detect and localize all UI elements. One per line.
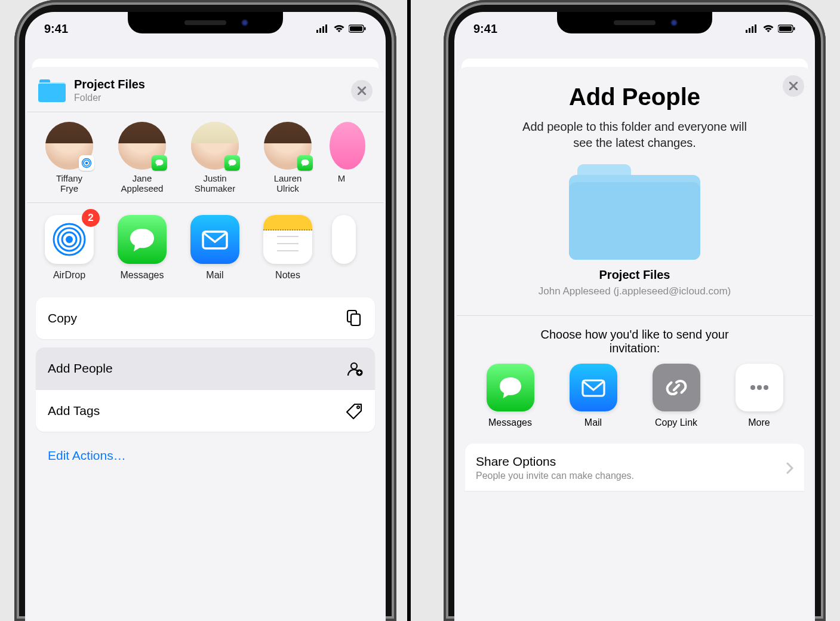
folder-name: Project Files [473, 268, 796, 282]
phone-left: 9:41 Project Files Folder [14, 0, 396, 621]
tag-icon [345, 402, 363, 420]
svg-point-33 [764, 385, 768, 390]
notch [128, 12, 283, 33]
app-messages[interactable]: Messages [113, 215, 171, 281]
status-time: 9:41 [473, 22, 497, 36]
action-label: Add Tags [48, 404, 100, 418]
app-label: AirDrop [53, 270, 85, 280]
folder-owner: John Appleseed (j.appleseed@icloud.com) [473, 285, 796, 297]
choose-how-label: Choose how you'd like to send your invit… [457, 316, 813, 361]
svg-point-20 [351, 363, 357, 369]
invite-mail[interactable]: Mail [564, 364, 623, 428]
app-partial[interactable] [332, 215, 344, 281]
status-time: 9:41 [44, 22, 68, 36]
invite-label: Messages [488, 417, 532, 428]
cellular-icon [316, 24, 330, 33]
invite-label: Copy Link [655, 417, 697, 428]
svg-rect-28 [779, 26, 792, 31]
app-label: Messages [121, 270, 164, 280]
svg-rect-26 [755, 24, 756, 33]
messages-icon [125, 223, 159, 256]
invite-copy-link[interactable]: Copy Link [647, 364, 706, 428]
svg-rect-2 [322, 26, 324, 33]
svg-rect-5 [350, 26, 362, 31]
share-options-sub: People you invite can make changes. [476, 471, 634, 481]
action-label: Add People [48, 361, 113, 376]
svg-rect-29 [793, 27, 795, 30]
contact-last: Shumaker [184, 183, 246, 193]
svg-rect-0 [316, 30, 318, 33]
apps-row[interactable]: 2 AirDrop Messages Mail [27, 203, 383, 293]
app-airdrop[interactable]: 2 AirDrop [41, 215, 98, 281]
svg-point-22 [357, 406, 359, 408]
share-options-row[interactable]: Share Options People you invite can make… [465, 444, 804, 491]
contact-tiffany[interactable]: Tiffany Frye [38, 122, 100, 194]
add-people-desc: Add people to this folder and everyone w… [473, 119, 796, 151]
contact-last: Frye [38, 183, 100, 193]
app-notes[interactable]: Notes [259, 215, 316, 281]
action-copy[interactable]: Copy [36, 297, 375, 339]
app-label: Mail [206, 270, 223, 280]
folder-icon [38, 79, 66, 102]
action-add-tags[interactable]: Add Tags [36, 389, 375, 432]
contact-first: Tiffany [38, 173, 100, 183]
svg-rect-3 [325, 24, 327, 33]
notes-lines-icon [271, 234, 304, 264]
chevron-right-icon [786, 462, 793, 474]
mail-icon [578, 372, 609, 403]
airdrop-badge-icon [79, 155, 94, 171]
messages-badge-icon [224, 155, 240, 171]
airdrop-icon [53, 223, 86, 256]
contact-justin[interactable]: Justin Shumaker [184, 122, 246, 194]
contact-last: Ulrick [257, 183, 319, 193]
notes-icon [263, 215, 312, 230]
svg-point-7 [85, 162, 88, 165]
add-people-title: Add People [473, 84, 796, 110]
close-button[interactable] [351, 80, 373, 102]
svg-point-10 [66, 236, 73, 243]
sheet-title: Project Files [74, 78, 145, 91]
contact-jane[interactable]: Jane Appleseed [111, 122, 173, 194]
battery-icon [778, 24, 796, 33]
more-icon [744, 372, 775, 403]
share-sheet: Project Files Folder Tiffany Frye [27, 67, 383, 621]
edit-actions-link[interactable]: Edit Actions… [36, 440, 375, 471]
action-add-people[interactable]: Add People [36, 348, 375, 389]
cellular-icon [746, 24, 759, 33]
notch [557, 12, 712, 33]
contact-partial[interactable]: M [330, 122, 353, 194]
messages-badge-icon [297, 155, 313, 171]
invite-label: Mail [584, 417, 602, 428]
contact-lauren[interactable]: Lauren Ulrick [257, 122, 319, 194]
link-icon [661, 372, 692, 403]
svg-rect-23 [746, 30, 747, 33]
invite-options-row: Messages Mail Copy Link [457, 361, 813, 436]
contacts-row[interactable]: Tiffany Frye Jane Appleseed [27, 112, 383, 203]
add-people-sheet: Add People Add people to this folder and… [457, 67, 813, 621]
svg-rect-1 [319, 28, 321, 33]
sheet-subtitle: Folder [74, 93, 145, 103]
contact-first: Jane [111, 173, 173, 183]
svg-rect-6 [364, 27, 366, 30]
app-label: Notes [275, 270, 300, 280]
copy-icon [345, 309, 363, 327]
close-icon [358, 87, 366, 95]
folder-large-icon [569, 164, 700, 260]
svg-point-31 [750, 385, 755, 390]
svg-rect-24 [749, 28, 750, 33]
contact-first: M [330, 173, 353, 183]
divider [407, 0, 411, 621]
invite-more[interactable]: More [730, 364, 789, 428]
share-options-title: Share Options [476, 454, 634, 469]
app-mail[interactable]: Mail [186, 215, 244, 281]
invite-messages[interactable]: Messages [481, 364, 540, 428]
wifi-icon [333, 24, 345, 33]
mail-icon [198, 223, 232, 256]
status-icons [746, 24, 796, 33]
svg-rect-25 [752, 26, 753, 33]
svg-rect-19 [351, 314, 360, 325]
add-people-icon [345, 359, 363, 377]
messages-badge-icon [152, 155, 167, 171]
invite-label: More [748, 417, 770, 428]
messages-icon [495, 372, 526, 403]
